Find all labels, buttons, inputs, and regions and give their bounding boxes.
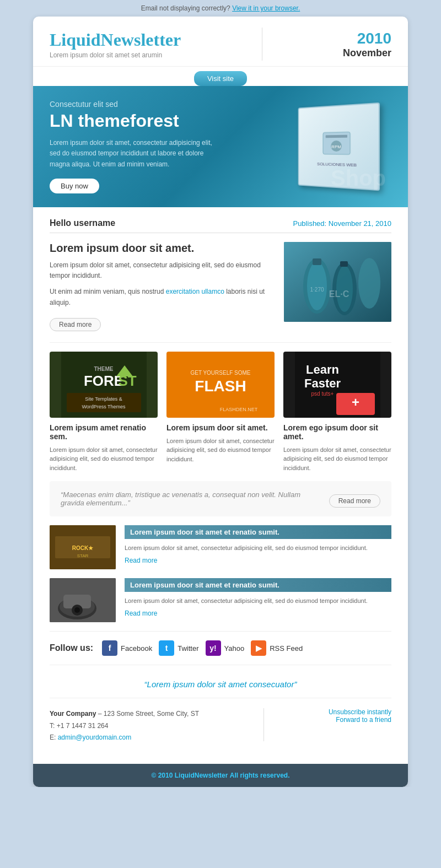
header-left: LiquidNewsletter Lorem ipsum dolor sit a…	[50, 30, 181, 59]
svg-text:Learn: Learn	[306, 363, 339, 376]
footer-info-right: Unsubscribe instantly Forward to a frien…	[329, 708, 391, 724]
banner-section: Consectutur elit sed LN themeforest Lore…	[33, 86, 408, 207]
news-content-1: Lorem ipsum door sit amet et renatio sum…	[125, 525, 391, 564]
three-columns: THEME FORE ST Site Templates & WordPress…	[50, 352, 391, 473]
svg-text:Faster: Faster	[304, 376, 340, 390]
news-image-1: ROCK★ STAR	[50, 525, 116, 569]
news-content-2: Lorem ipsum door sit amet et renatio sum…	[125, 578, 391, 617]
visit-site-button[interactable]: Visit site	[194, 71, 247, 86]
col-item-3: Learn Faster psd tuts+ + Lorem ego ipsum…	[283, 352, 391, 473]
news-body-1: Lorem ipsum dolor sit amet, consectetur …	[125, 543, 391, 553]
svg-text:WordPress Themes: WordPress Themes	[82, 404, 126, 409]
main-article-image: EL·C 1·270	[284, 242, 391, 322]
main-article-body2: Ut enim ad minim veniam, quis nostrud ex…	[50, 287, 275, 308]
social-rss[interactable]: ▶ RSS Feed	[251, 640, 303, 656]
col-title-3: Lorem ego ipsum door sit amet.	[283, 423, 391, 441]
svg-text:1·270: 1·270	[310, 287, 324, 293]
banner-subtitle: Consectutur elit sed	[50, 100, 281, 109]
footer-company: Your Company	[50, 710, 96, 718]
twitter-label: Twitter	[178, 644, 198, 653]
col-thumb-1: THEME FORE ST Site Templates & WordPress…	[50, 352, 158, 418]
visit-site-row: Visit site	[33, 67, 408, 86]
footer-bar: © 2010 LiquidNewsletter All rights reser…	[33, 764, 408, 787]
header-year: 2010	[343, 30, 391, 47]
quote-read-more[interactable]: Read more	[329, 494, 380, 508]
social-yahoo[interactable]: y! Yahoo	[206, 640, 245, 656]
footer-address: – 123 Some Street, Some City, ST	[96, 710, 199, 718]
col-thumb-2: GET YOURSELF SOME FLASH FLASHDEN.NET	[166, 352, 275, 418]
social-facebook[interactable]: f Facebook	[102, 640, 152, 656]
banner-shop-text: Shop	[331, 166, 386, 191]
news-thumb-1: ROCK★ STAR	[50, 525, 116, 569]
svg-text:GET YOURSELF SOME: GET YOURSELF SOME	[190, 370, 250, 376]
col-item-1: THEME FORE ST Site Templates & WordPress…	[50, 352, 158, 473]
yahoo-label: Yahoo	[224, 644, 245, 653]
banner-image: RPM SOLUCIONES WEB Shop	[281, 97, 391, 196]
svg-text:Site Templates &: Site Templates &	[85, 396, 122, 402]
main-article-read-more[interactable]: Read more	[50, 318, 101, 331]
header-right: 2010 November	[343, 30, 391, 59]
svg-text:+: +	[351, 395, 359, 409]
bottles-image: EL·C 1·270	[284, 242, 391, 322]
svg-text:ROCK★: ROCK★	[72, 545, 94, 551]
buy-now-button[interactable]: Buy now	[50, 179, 99, 193]
col-title-2: Lorem ipsum door sit amet.	[166, 423, 275, 432]
col-body-3: Lorem ipsum dolor sit amet, consectetur …	[283, 445, 391, 473]
footer-company-line: Your Company – 123 Some Street, Some Cit…	[50, 708, 199, 720]
svg-rect-1	[326, 134, 347, 138]
svg-text:psd tuts+: psd tuts+	[311, 391, 334, 397]
facebook-icon: f	[102, 640, 117, 656]
main-article-title: Lorem ipsum door sit amet.	[50, 242, 275, 255]
main-article-text: Lorem ipsum door sit amet. Lorem ipsum d…	[50, 242, 275, 331]
header-tagline: Lorem ipsum dolor sit amet set arumin	[50, 51, 181, 59]
col-body-2: Lorem ipsum dolor sit amet, consectetur …	[166, 436, 275, 464]
news-read-more-1[interactable]: Read more	[125, 557, 157, 564]
footer-phone: T: +1 7 1447 31 264	[50, 720, 199, 732]
svg-text:EL·C: EL·C	[329, 289, 349, 299]
col-body-1: Lorem ipsum dolor sit amet, consectetur …	[50, 445, 158, 473]
news-read-more-2[interactable]: Read more	[125, 610, 157, 617]
quote-text: “Maecenas enim diam, tristique ac venena…	[61, 490, 320, 507]
svg-text:THEME: THEME	[94, 366, 113, 372]
top-bar-text: Email not displaying correctly?	[141, 4, 230, 12]
view-in-browser-link[interactable]: View it in your browser.	[232, 4, 300, 12]
svg-point-11	[358, 258, 380, 309]
header-divider	[262, 28, 262, 61]
banner-title: LN themeforest	[50, 111, 281, 131]
news-title-2: Lorem ipsum door sit amet et renatio sum…	[125, 578, 391, 592]
footer-email-label: E:	[50, 734, 58, 741]
col-title-1: Lorem ipsum amet renatio sem.	[50, 423, 158, 441]
published-text: Published: November 21, 2010	[293, 219, 391, 228]
rss-icon: ▶	[251, 640, 266, 656]
footer-email-line: E: admin@yourdomain.com	[50, 732, 199, 744]
svg-rect-10	[340, 261, 348, 267]
svg-point-40	[74, 607, 80, 613]
news-image-2	[50, 578, 116, 622]
main-article-body1: Lorem ipsum dolor sit amet, consectetur …	[50, 260, 275, 281]
footer-email[interactable]: admin@yourdomain.com	[58, 734, 132, 741]
quote-section: “Maecenas enim diam, tristique ac venena…	[50, 481, 391, 516]
exercitation-link[interactable]: exercitation ullamco	[166, 288, 224, 295]
divider1	[50, 342, 391, 343]
svg-rect-7	[313, 258, 321, 265]
logo-text: LiquidNewsletter	[50, 30, 181, 50]
svg-text:RPM: RPM	[331, 144, 341, 149]
social-icons: f Facebook t Twitter y! Yahoo ▶ RSS Feed	[102, 640, 303, 656]
news-item-2: Lorem ipsum door sit amet et renatio sum…	[50, 578, 391, 622]
meta-row: Hello username Published: November 21, 2…	[50, 218, 391, 233]
email-wrapper: LiquidNewsletter Lorem ipsum dolor sit a…	[33, 17, 408, 787]
learn-faster-image: Learn Faster psd tuts+ +	[295, 352, 380, 418]
follow-label: Follow us:	[50, 643, 93, 653]
svg-point-9	[336, 266, 353, 312]
email-header: LiquidNewsletter Lorem ipsum dolor sit a…	[33, 17, 408, 67]
header-month: November	[343, 47, 391, 59]
news-item-1: ROCK★ STAR Lorem ipsum door sit amet et …	[50, 525, 391, 569]
social-twitter[interactable]: t Twitter	[159, 640, 198, 656]
unsubscribe-link[interactable]: Unsubscribe instantly	[329, 708, 391, 716]
facebook-label: Facebook	[121, 644, 152, 653]
forward-link[interactable]: Forward to a friend	[329, 716, 391, 724]
top-bar: Email not displaying correctly? View it …	[0, 0, 441, 17]
themeforest-image: THEME FORE ST Site Templates & WordPress…	[61, 352, 147, 418]
twitter-icon: t	[159, 640, 174, 656]
footer-info: Your Company – 123 Some Street, Some Cit…	[50, 703, 391, 753]
